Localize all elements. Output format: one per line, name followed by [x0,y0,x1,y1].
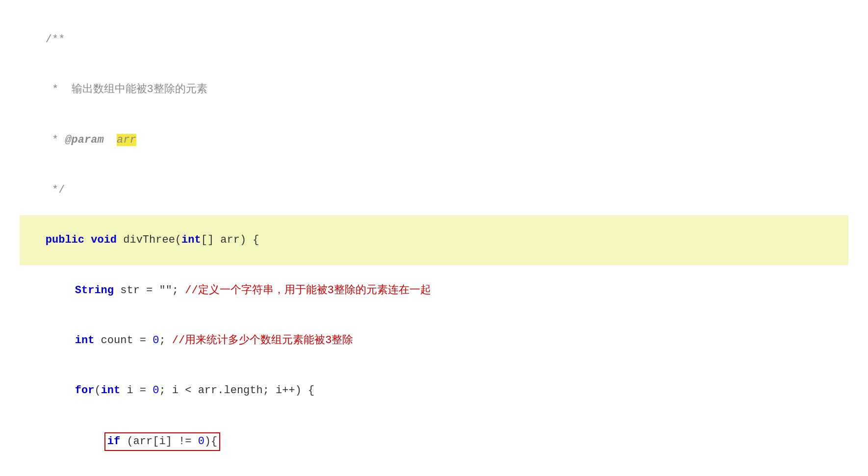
count-declaration: int count = 0; //用来统计多少个数组元素能被3整除 [20,316,848,366]
comment-open: /** [20,15,848,65]
code-block: /** * 输出数组中能被3整除的元素 * @param arr */ publ… [20,15,848,476]
for-loop: for(int i = 0; i < arr.length; i++) { [20,366,848,416]
if-not-zero: if (arr[i] != 0){ [20,416,848,468]
comment-param: * @param arr [20,115,848,165]
if-mod3: if(arr[i] % 3 == 0) { [20,468,848,476]
method-signature: public void divThree(int[] arr) { [20,215,848,265]
comment-close: */ [20,165,848,215]
str-declaration: String str = ""; //定义一个字符串，用于能被3整除的元素连在一… [20,265,848,315]
comment-desc: * 输出数组中能被3整除的元素 [20,65,848,115]
if-not-zero-box: if (arr[i] != 0){ [104,432,220,451]
